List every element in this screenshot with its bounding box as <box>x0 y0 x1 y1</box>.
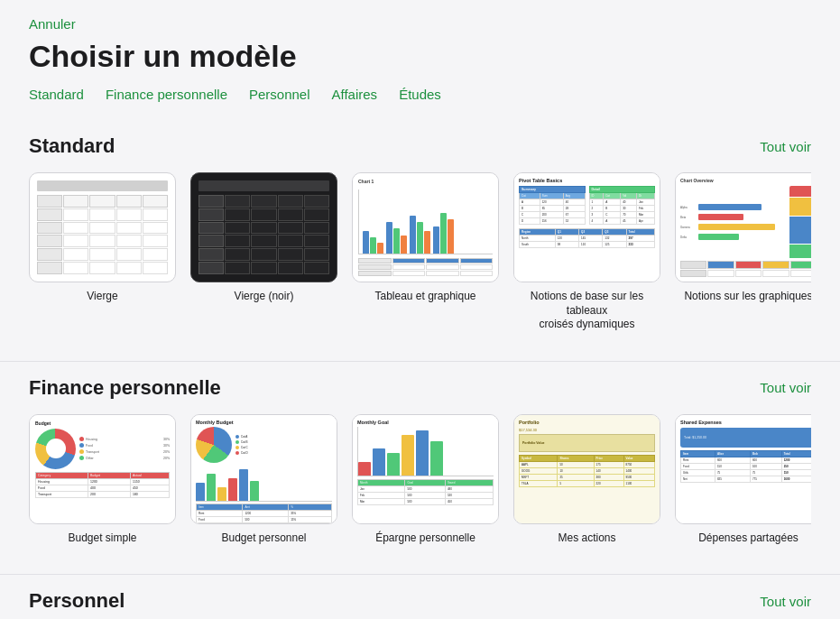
finance-section: Finance personnelle Tout voir Budget <box>0 361 840 575</box>
template-label-budget-simple: Budget simple <box>68 531 136 546</box>
finance-templates-row: Budget Housing 30% <box>29 414 811 560</box>
tab-affaires[interactable]: Affaires <box>332 87 378 102</box>
template-label-chart: Tableau et graphique <box>374 290 475 304</box>
template-label-savings: Épargne personnelle <box>375 531 475 546</box>
page-title: Choisir un modèle <box>29 39 811 74</box>
template-vierge-noir[interactable]: Vierge (noir) <box>190 172 337 332</box>
template-label-shared: Dépenses partagées <box>698 531 798 546</box>
finance-section-title: Finance personnelle <box>29 376 221 400</box>
tab-standard[interactable]: Standard <box>29 87 84 102</box>
template-budget-personnel[interactable]: Monthly Budget Cat A Cat B Cat C Cat D <box>190 414 337 546</box>
tab-finance[interactable]: Finance personnelle <box>106 87 227 102</box>
template-label-pivot: Notions de base sur les tableaux croisés… <box>513 290 660 332</box>
template-label-vierge-noir: Vierge (noir) <box>235 290 294 304</box>
standard-section-title: Standard <box>29 134 115 158</box>
template-pivot[interactable]: Pivot Table Basics Summary CatSumAvg A12… <box>513 172 660 332</box>
template-thumb-budget-personnel: Monthly Budget Cat A Cat B Cat C Cat D <box>190 414 337 524</box>
standard-section: Standard Tout voir <box>0 120 840 361</box>
template-thumb-hbar: Chart Overview Alpha Beta <box>675 172 811 282</box>
template-thumb-shared: Shared Expenses Total: $1,250.00 Item Al… <box>675 414 811 524</box>
template-shared[interactable]: Shared Expenses Total: $1,250.00 Item Al… <box>675 414 811 546</box>
finance-tout-voir[interactable]: Tout voir <box>760 380 811 395</box>
tab-personnel[interactable]: Personnel <box>249 87 310 102</box>
personnel-tout-voir[interactable]: Tout voir <box>760 594 811 609</box>
template-label-hbar: Notions sur les graphiques <box>684 290 811 304</box>
template-thumb-chart: Chart 1 <box>352 172 499 282</box>
template-chart[interactable]: Chart 1 <box>352 172 499 332</box>
template-thumb-vierge-noir <box>190 172 337 282</box>
template-budget-simple[interactable]: Budget Housing 30% <box>29 414 176 546</box>
annuler-button[interactable]: Annuler <box>29 16 76 32</box>
template-thumb-pivot: Pivot Table Basics Summary CatSumAvg A12… <box>513 172 660 282</box>
template-hbar[interactable]: Chart Overview Alpha Beta <box>675 172 811 332</box>
template-label-portfolio: Mes actions <box>558 531 615 546</box>
template-vierge[interactable]: Vierge <box>29 172 176 332</box>
standard-tout-voir[interactable]: Tout voir <box>760 139 811 154</box>
template-thumb-savings: Monthly Goal MonthGoalSaved Jan500480 <box>352 414 499 524</box>
template-portfolio[interactable]: Portfolio $17,534.30 Portfolio Value Sym… <box>513 414 660 546</box>
tab-etudes[interactable]: Études <box>399 87 441 102</box>
personnel-section: Personnel Tout voir <box>0 574 840 619</box>
template-savings[interactable]: Monthly Goal MonthGoalSaved Jan500480 <box>352 414 499 546</box>
template-thumb-vierge <box>29 172 176 282</box>
standard-templates-row: Vierge <box>29 172 811 346</box>
category-tabs: Standard Finance personnelle Personnel A… <box>29 87 811 102</box>
template-label-vierge: Vierge <box>87 290 117 304</box>
personnel-section-title: Personnel <box>29 589 125 613</box>
template-label-budget-personnel: Budget personnel <box>221 531 306 546</box>
template-thumb-portfolio: Portfolio $17,534.30 Portfolio Value Sym… <box>513 414 660 524</box>
template-thumb-budget-simple: Budget Housing 30% <box>29 414 176 524</box>
